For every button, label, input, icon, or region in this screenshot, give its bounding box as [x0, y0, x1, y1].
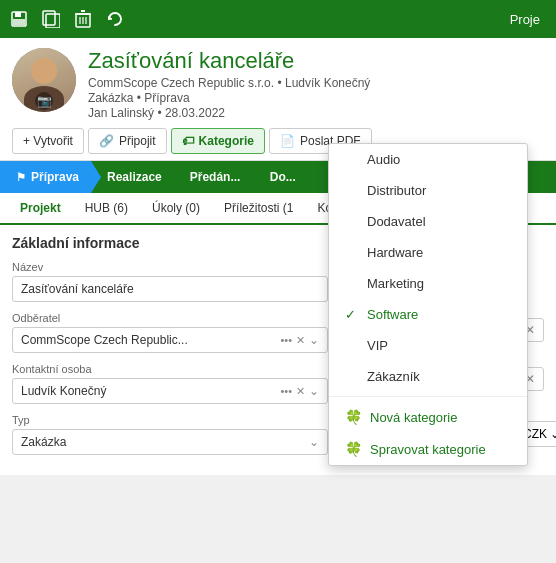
check-hardware: [345, 245, 359, 260]
check-distributor: [345, 183, 359, 198]
check-vip: [345, 338, 359, 353]
project-author: Jan Lalinský • 28.03.2022: [88, 106, 544, 120]
tab-prilezitosti[interactable]: Příležitosti (1: [212, 193, 305, 225]
create-button[interactable]: + Vytvořit: [12, 128, 84, 154]
camera-icon[interactable]: 📷: [35, 92, 53, 110]
subscriber-field-group: Odběratel CommScope Czech Republic... ••…: [12, 312, 328, 353]
stage-realizace[interactable]: Realizace: [91, 161, 174, 193]
section-title: Základní informace: [12, 235, 328, 251]
dots-icon-2[interactable]: •••: [280, 385, 292, 398]
category-button[interactable]: 🏷 Kategorie: [171, 128, 265, 154]
trash-icon[interactable]: [72, 8, 94, 30]
dropdown-item-nova-kategorie[interactable]: 🍀 Nová kategorie: [329, 401, 527, 433]
leaf-icon-1: 🍀: [345, 409, 362, 425]
type-select[interactable]: Zakázka ⌄: [12, 429, 328, 455]
project-type: Zakázka • Příprava: [88, 91, 544, 105]
svg-rect-2: [13, 19, 25, 25]
project-title: Zasíťování kanceláře: [88, 48, 544, 74]
category-dropdown: Audio Distributor Dodavatel Hardware Mar…: [328, 143, 528, 466]
chevron-down-icon: ⌄: [309, 333, 319, 347]
dropdown-item-audio[interactable]: Audio: [329, 144, 527, 175]
name-label: Název: [12, 261, 328, 273]
header-info: Zasíťování kanceláře CommScope Czech Rep…: [88, 48, 544, 120]
close-icon[interactable]: ✕: [296, 334, 305, 347]
flag-icon: ⚑: [16, 171, 26, 184]
tag-icon: 🏷: [182, 134, 194, 148]
check-dodavatel: [345, 214, 359, 229]
svg-rect-3: [43, 11, 55, 25]
name-field-group: Název: [12, 261, 328, 302]
stage-done[interactable]: Do...: [254, 161, 334, 193]
left-panel: Základní informace Název Odběratel CommS…: [12, 235, 328, 465]
dropdown-item-software[interactable]: ✓ Software: [329, 299, 527, 330]
tab-hub[interactable]: HUB (6): [73, 193, 140, 225]
chevron-down-currency: ⌄: [550, 427, 556, 441]
subscriber-select[interactable]: CommScope Czech Republic... ••• ✕ ⌄: [12, 327, 328, 353]
connect-button[interactable]: 🔗 Připojit: [88, 128, 167, 154]
dots-icon[interactable]: •••: [280, 334, 292, 347]
pdf-icon: 📄: [280, 134, 295, 148]
toolbar-title: Proje: [510, 12, 548, 27]
dropdown-item-zakaznik[interactable]: Zákazník: [329, 361, 527, 392]
link-icon: 🔗: [99, 134, 114, 148]
refresh-icon[interactable]: [104, 8, 126, 30]
dropdown-divider: [329, 396, 527, 397]
leaf-icon-2: 🍀: [345, 441, 362, 457]
dropdown-item-spravovat[interactable]: 🍀 Spravovat kategorie: [329, 433, 527, 465]
top-toolbar: Proje: [0, 0, 556, 38]
close-icon-2[interactable]: ✕: [296, 385, 305, 398]
tab-ukoly[interactable]: Úkoly (0): [140, 193, 212, 225]
subscriber-label: Odběratel: [12, 312, 328, 324]
dropdown-item-distributor[interactable]: Distributor: [329, 175, 527, 206]
chevron-down-icon-3: ⌄: [309, 435, 319, 449]
stage-predani[interactable]: Předán...: [174, 161, 254, 193]
name-input[interactable]: [12, 276, 328, 302]
avatar[interactable]: 📷: [12, 48, 76, 112]
svg-rect-1: [15, 12, 21, 17]
tab-projekt[interactable]: Projekt: [8, 193, 73, 225]
dropdown-item-dodavatel[interactable]: Dodavatel: [329, 206, 527, 237]
project-company: CommScope Czech Republic s.r.o. • Ludvík…: [88, 76, 544, 90]
contact-select[interactable]: Ludvík Konečný ••• ✕ ⌄: [12, 378, 328, 404]
header-top: 📷 Zasíťování kanceláře CommScope Czech R…: [12, 48, 544, 120]
contact-field-group: Kontaktní osoba Ludvík Konečný ••• ✕ ⌄: [12, 363, 328, 404]
dropdown-item-vip[interactable]: VIP: [329, 330, 527, 361]
check-audio: [345, 152, 359, 167]
check-software: ✓: [345, 307, 359, 322]
type-label: Typ: [12, 414, 328, 426]
check-marketing: [345, 276, 359, 291]
check-zakaznik: [345, 369, 359, 384]
dropdown-item-marketing[interactable]: Marketing: [329, 268, 527, 299]
svg-rect-4: [46, 14, 60, 28]
save-icon-2[interactable]: [40, 8, 62, 30]
contact-label: Kontaktní osoba: [12, 363, 328, 375]
save-icon-1[interactable]: [8, 8, 30, 30]
type-field-group: Typ Zakázka ⌄: [12, 414, 328, 455]
chevron-down-icon-2: ⌄: [309, 384, 319, 398]
stage-priprava[interactable]: ⚑ Příprava: [0, 161, 91, 193]
dropdown-item-hardware[interactable]: Hardware: [329, 237, 527, 268]
